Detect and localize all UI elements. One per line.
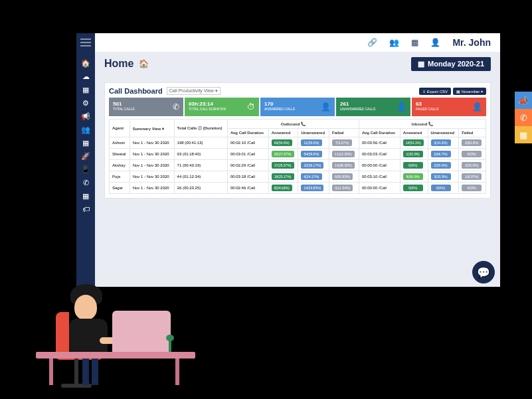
- stat-card[interactable]: 170ANSWERED CALLS👤: [260, 98, 335, 116]
- page-title: Home 🏠: [104, 58, 149, 70]
- date-picker[interactable]: ▦ Monday 2020-21: [411, 57, 491, 71]
- dashboard-panel: Call Dashboard Call Productivity View ▾ …: [104, 82, 491, 199]
- sidebar-item-11[interactable]: 🏷: [81, 204, 90, 214]
- table-row: AshwinNov 1 - Nov 30 2020198 (00:41:13)0…: [110, 137, 486, 149]
- sidebar-item-3[interactable]: ⚙: [81, 98, 90, 108]
- sidebar-item-10[interactable]: ▦: [81, 191, 90, 200]
- col-inbound: Inbound 📞: [359, 120, 486, 129]
- content: Call Dashboard Call Productivity View ▾ …: [95, 76, 500, 287]
- chat-button[interactable]: 💬: [472, 261, 495, 283]
- floating-actions: 📣 ✆ ▦: [515, 92, 532, 143]
- stat-card[interactable]: 501TOTAL CALLS✆: [109, 98, 183, 116]
- sidebar-item-4[interactable]: 📢: [81, 112, 90, 121]
- topbar: 🔗 👥 ▦ 👤 Mr. John: [95, 33, 500, 52]
- month-select[interactable]: ▦ November ▾: [453, 88, 486, 95]
- sidebar-item-2[interactable]: ▦: [81, 85, 90, 94]
- users-icon[interactable]: 👥: [389, 38, 399, 47]
- calendar-icon: ▦: [418, 60, 424, 68]
- col-outbound: Outbound 📞: [227, 120, 359, 129]
- menu-toggle[interactable]: [80, 39, 91, 46]
- col-total: Total Calls ⓘ (Duration): [174, 120, 227, 137]
- range-select[interactable]: Summary View ▾: [130, 120, 174, 137]
- stat-card[interactable]: 03h:23:14TOTAL CALL DURATION⏱: [185, 98, 259, 116]
- stat-card[interactable]: 261UNANSWERED CALLS👤: [336, 98, 410, 116]
- sidebar-item-0[interactable]: 🏠: [81, 58, 90, 68]
- stats-row: 501TOTAL CALLS✆03h:23:14TOTAL CALL DURAT…: [109, 98, 486, 116]
- sidebar-item-6[interactable]: ▦: [81, 138, 90, 147]
- table-row: PujaNov 1 - Nov 30 202044 (01:12:34)00:0…: [110, 171, 486, 183]
- apps-button[interactable]: ▦: [515, 126, 532, 143]
- home-icon[interactable]: 🏠: [139, 59, 149, 68]
- sidebar-item-7[interactable]: 🚀: [81, 151, 90, 161]
- table-row: SagarNov 1 - Nov 30 202026 (00:23:25)00:…: [110, 183, 486, 194]
- call-button[interactable]: ✆: [515, 109, 532, 126]
- panel-title: Call Dashboard: [109, 87, 163, 95]
- calls-table: Agent Summary View ▾ Total Calls ⓘ (Dura…: [109, 119, 486, 194]
- sidebar-item-9[interactable]: ✆: [81, 178, 90, 187]
- grid-icon[interactable]: ▦: [411, 38, 418, 47]
- app-window: 🏠☁▦⚙📢👥▦🚀📱✆▦🏷 🔗 👥 ▦ 👤 Mr. John Home 🏠 ▦ M…: [76, 33, 500, 287]
- sidebar-item-8[interactable]: 📱: [81, 165, 90, 174]
- announce-button[interactable]: 📣: [515, 92, 532, 109]
- stat-card[interactable]: 63FAILED CALLS👤: [412, 98, 486, 116]
- user-name[interactable]: Mr. John: [452, 37, 491, 48]
- sidebar-item-5[interactable]: 👥: [81, 125, 90, 134]
- sidebar-item-1[interactable]: ☁: [81, 72, 90, 81]
- view-select[interactable]: Call Productivity View ▾: [167, 87, 221, 95]
- link-icon[interactable]: 🔗: [367, 38, 377, 47]
- user-icon[interactable]: 👤: [430, 38, 440, 47]
- illustration: [36, 259, 202, 392]
- col-agent: Agent: [110, 120, 130, 137]
- breadcrumb-bar: Home 🏠 ▦ Monday 2020-21: [95, 52, 500, 76]
- export-csv-button[interactable]: ⇓ Export CSV: [419, 88, 451, 95]
- table-row: SheetalNov 1 - Nov 30 202093 (01:18:40)0…: [110, 149, 486, 160]
- table-row: AkshayNov 1 - Nov 30 202071 (00:43:19)00…: [110, 160, 486, 171]
- sidebar: 🏠☁▦⚙📢👥▦🚀📱✆▦🏷: [76, 33, 95, 287]
